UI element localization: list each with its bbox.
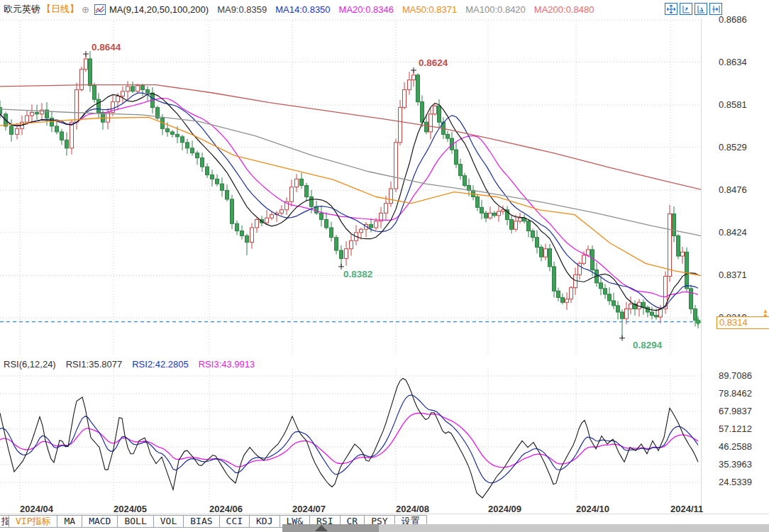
main-chart-area[interactable]: 0.86440.86240.83820.8294	[0, 0, 701, 532]
scrollbar-thumb[interactable]	[282, 524, 379, 532]
rsi-tick-label: 57.1212	[719, 423, 752, 434]
month-label: 2024/05	[114, 504, 147, 514]
rsi-value: RSI(6,12,24)	[4, 359, 56, 370]
go-to-latest-button[interactable]	[709, 3, 722, 15]
trading-chart-app: 欧元英镑 【日线】 ⊕ MA(9,14,20,50,100,200) MA9:0…	[0, 0, 769, 532]
indicator-tab-VIP指标[interactable]: VIP指标	[9, 515, 57, 528]
rsi-header: RSI(6,12,24)RSI1:35.8077RSI2:42.2805RSI3…	[4, 359, 275, 370]
price-tick-label: 0.8476	[719, 184, 747, 195]
svg-text:0.8644: 0.8644	[92, 42, 121, 52]
rsi-tick-label: 78.8462	[719, 388, 752, 399]
indicator-tab-MA[interactable]: MA	[57, 515, 82, 528]
month-label: 2024/11	[670, 504, 703, 514]
svg-text:0.8382: 0.8382	[343, 269, 372, 279]
price-tick-label: 0.8371	[719, 270, 747, 280]
rsi-tick-label: 46.2588	[719, 441, 752, 452]
price-tick-label: 0.8686	[719, 14, 747, 25]
month-label: 2024/06	[209, 504, 243, 514]
rsi3-line	[0, 413, 698, 467]
svg-text:0.8294: 0.8294	[633, 340, 663, 350]
axis-separator	[0, 514, 769, 514]
scrollbar-arrow-icon[interactable]	[315, 525, 328, 531]
indicator-tab-MACD[interactable]: MACD	[82, 515, 118, 528]
rsi-value: RSI1:35.8077	[66, 359, 123, 370]
rsi-tick-label: 24.5339	[719, 477, 752, 487]
candles	[0, 51, 700, 338]
horizontal-scrollbar[interactable]	[282, 524, 769, 532]
rsi-tick-label: 67.9837	[719, 406, 752, 416]
price-tick-label: 0.8634	[719, 57, 747, 67]
current-price-label: 0.8314	[717, 316, 769, 329]
price-tick-label: 0.8581	[719, 99, 747, 110]
rsi-value: RSI2:42.2805	[132, 359, 189, 370]
month-label: 2024/10	[576, 504, 609, 514]
month-label: 2024/04	[20, 504, 53, 514]
price-tick-label: 0.8529	[719, 142, 747, 153]
svg-text:0.8624: 0.8624	[419, 57, 448, 68]
indicator-tab-KDJ[interactable]: KDJ	[249, 515, 280, 528]
rsi-tick-label: 89.7086	[719, 370, 752, 381]
latest-price-arrow-icon[interactable]: ▲▲	[761, 309, 769, 316]
indicator-tab-CCI[interactable]: CCI	[219, 515, 250, 528]
rsi-tick-label: 35.3963	[719, 459, 752, 470]
month-label: 2024/08	[396, 504, 429, 514]
month-label: 2024/09	[488, 504, 521, 514]
month-label: 2024/07	[292, 504, 326, 514]
arrow-right-bar-icon	[712, 5, 720, 13]
chart-canvas[interactable]: 0.86440.86240.83820.8294	[0, 0, 701, 532]
indicator-tab-BIAS[interactable]: BIAS	[183, 515, 219, 528]
indicator-tab-BOLL[interactable]: BOLL	[117, 515, 153, 528]
y-axis[interactable]: 0.86860.86340.85810.85290.84760.84240.83…	[701, 18, 769, 514]
price-tick-label: 0.8424	[719, 227, 747, 238]
rsi-value: RSI3:43.9913	[199, 359, 255, 370]
indicator-tab-VOL[interactable]: VOL	[153, 515, 184, 528]
